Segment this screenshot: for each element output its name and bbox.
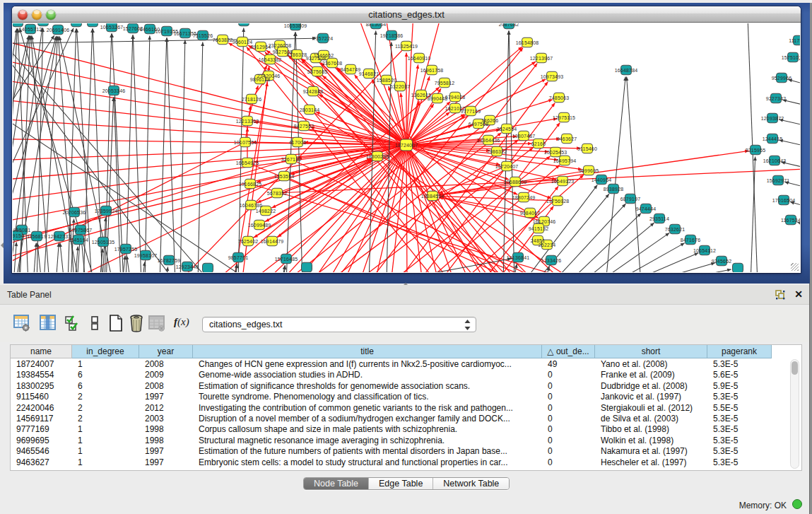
table-row[interactable]: 977716911998Corpus callosum shape and si… [11,424,781,435]
graph-node-label: 17957255 [114,247,138,252]
table-row[interactable]: 1938455462009Genome-wide association stu… [11,370,781,380]
graph-node[interactable] [733,263,743,272]
citation-edge-black[interactable] [596,233,669,272]
network-view-window: citations_edges.txt 14055712206914061065… [12,6,801,273]
citation-edge-black[interactable] [551,204,626,272]
column-header-title[interactable]: title [193,345,542,358]
graph-node-label: 16654925 [236,160,259,165]
tab-edge-table[interactable]: Edge Table [369,478,433,489]
rows-toggle-icon[interactable] [86,314,103,332]
graph-node-label: 985081 [13,228,31,233]
tab-network-table[interactable]: Network Table [433,478,509,489]
citation-edge-black[interactable] [133,35,141,272]
citation-edge-black[interactable] [659,269,731,272]
citation-edge-black[interactable] [642,263,715,272]
delete-trash-icon[interactable] [128,314,145,332]
citation-edge-black[interactable] [627,76,641,272]
table-row[interactable]: 911546021997Tourette syndrome. Phenomeno… [11,392,781,402]
graph-node-label: 8813054 [366,23,387,27]
citation-edge-black[interactable] [83,28,93,272]
graph-node-label: 9699695 [579,168,599,173]
cell-pagerank: 5.3E-5 [707,392,772,402]
citation-edge-black[interactable] [60,243,64,272]
graph-node-label: 1546652 [314,53,334,58]
collapsed-panel-arrow-icon[interactable] [1,243,4,248]
citation-edge-black[interactable] [126,35,133,272]
citation-edge-black[interactable] [751,156,755,272]
graph-node[interactable] [71,23,82,27]
graph-node-label: 2803144 [300,107,320,112]
graph-node-label: 15720407 [495,164,519,169]
column-header-in_degree[interactable]: in_degree [72,345,139,358]
column-header-pagerank[interactable]: pagerank [707,345,772,358]
citation-edge-black[interactable] [611,243,685,272]
citation-edge-black[interactable] [75,246,78,272]
citation-edge-black[interactable] [145,35,150,272]
column-header-year[interactable]: year [139,345,193,358]
table-row[interactable]: 2242004622012Investigating the contribut… [11,403,781,414]
citation-edge-black[interactable] [56,243,59,272]
table-vertical-scrollbar[interactable] [790,359,799,469]
network-canvas[interactable]: 1405571220691406106532671527602646616010… [13,23,800,272]
table-settings-icon[interactable] [13,314,30,332]
graph-node-label: 12923446 [176,264,199,269]
cell-short: Nakamura et al. (1997) [595,446,707,457]
table-row[interactable]: 1872400712008Changes of HCN gene express… [11,359,781,370]
citation-edge-black[interactable] [286,32,295,272]
edge-arrowhead [51,35,54,40]
citation-edge-black[interactable] [33,243,36,272]
float-panel-icon[interactable] [775,290,785,300]
graph-node-label: 12975115 [553,115,575,120]
graph-node-label: 18300295 [366,154,389,159]
citation-edge-black[interactable] [788,79,800,89]
citation-edge-black[interactable] [509,30,514,272]
citation-edge-red[interactable] [406,62,536,145]
graph-node-label: 9227342 [766,96,787,101]
graph-node[interactable] [239,23,249,26]
column-header-short[interactable]: short [595,345,707,358]
table-row[interactable]: 1830029562008Estimation of significance … [11,381,781,392]
table-select-dropdown[interactable]: citations_edges.txt [202,317,476,332]
cell-title: Estimation of the future numbers of pati… [193,446,542,457]
cell-year: 1997 [139,457,193,468]
citation-edge-black[interactable] [799,59,800,69]
citation-edge-black[interactable] [160,37,167,272]
citation-edge-black[interactable] [112,33,124,272]
table-row[interactable]: 1456911722003Disruption of a novel membe… [11,414,781,424]
select-rows-icon[interactable] [64,314,81,332]
tab-node-table[interactable]: Node Table [304,478,369,489]
graph-node-label: 20206536 [63,210,86,215]
column-header-out_de[interactable]: △ out_de... [542,345,595,358]
cell-year: 2008 [139,359,193,370]
table-row[interactable]: 969969511998Structural magnetic resonanc… [11,436,781,446]
table-row[interactable]: 946362711997Embryonic stem cells: a mode… [11,457,781,468]
graph-node[interactable] [38,23,49,26]
graph-node[interactable] [88,23,98,27]
cell-year: 1997 [139,446,193,457]
citation-edge-red[interactable] [406,145,407,272]
citation-edge-black[interactable] [238,28,244,272]
table-row[interactable]: 946554611997Estimation of the future num… [11,446,781,457]
citation-edge-black[interactable] [580,223,654,272]
scrollbar-thumb[interactable] [792,361,798,375]
graph-node-label: 7625402 [238,239,259,244]
network-window-titlebar[interactable]: citations_edges.txt [12,6,801,23]
graph-node-label: 7515526 [193,33,213,38]
citation-edge-black[interactable] [198,42,203,272]
graph-node[interactable] [203,263,213,272]
graph-node-label: 5678352 [267,191,288,196]
close-panel-icon[interactable]: ✕ [794,288,803,300]
select-columns-icon[interactable] [40,314,57,332]
citation-edge-black[interactable] [13,242,16,272]
graph-node-label: 1244415 [763,136,783,141]
citation-edge-black[interactable] [606,76,625,272]
citation-edge-black[interactable] [790,202,800,211]
edge-arrowhead [753,156,757,160]
table-panel-title: Table Panel [7,290,52,300]
window-resize-grip[interactable] [791,263,799,271]
column-header-name[interactable]: name [11,345,72,358]
graph-node[interactable] [302,262,312,272]
new-file-icon[interactable] [107,314,124,332]
function-builder-icon[interactable]: f(x) [174,316,195,334]
graph-node-label: 9245652 [712,259,732,264]
